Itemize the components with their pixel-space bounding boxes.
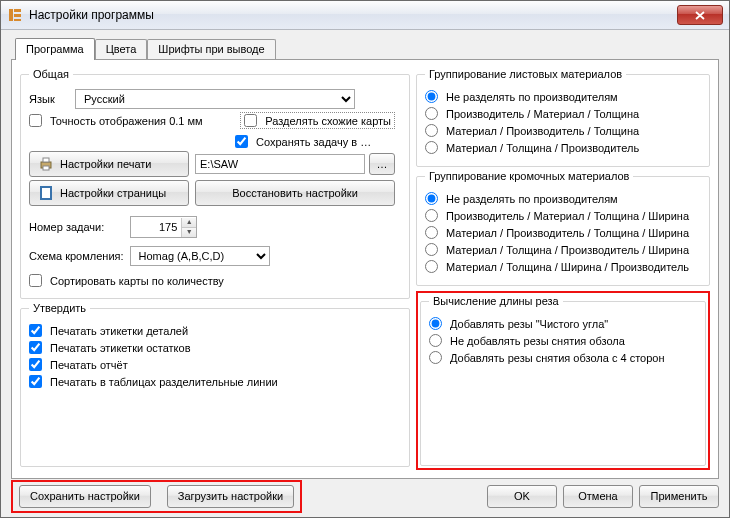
svg-rect-3 [14,19,21,21]
cut-opt-1[interactable]: Добавлять резы "Чистого угла" [429,317,608,330]
save-task-checkbox[interactable] [235,135,248,148]
edge-opt-4[interactable]: Материал / Толщина / Производитель / Шир… [425,243,689,256]
edge-opt-2[interactable]: Производитель / Материал / Толщина / Шир… [425,209,689,222]
ok-button[interactable]: OK [487,485,557,508]
svg-rect-5 [43,158,49,162]
spin-up[interactable]: ▲ [181,218,196,228]
save-task-checkbox-label[interactable]: Сохранять задачу в … [235,135,395,148]
svg-rect-2 [14,14,21,17]
group-sheet-grouping: Группирование листовых материалов Не раз… [416,68,710,167]
group-confirm: Утвердить Печатать этикетки деталей Печа… [20,302,410,467]
browse-path-button[interactable]: … [369,153,395,175]
edge-scheme-label: Схема кромления: [29,250,124,262]
svg-rect-7 [41,187,51,199]
print-settings-button[interactable]: Настройки печати [29,151,189,177]
highlight-cut-length: Вычисление длины реза Добавлять резы "Чи… [416,291,710,470]
cancel-button[interactable]: Отмена [563,485,633,508]
window-title: Настройки программы [29,8,677,22]
print-report[interactable]: Печатать отчёт [29,358,128,371]
load-settings-button[interactable]: Загрузить настройки [167,485,294,508]
printer-icon [38,156,54,172]
print-part-labels[interactable]: Печатать этикетки деталей [29,324,188,337]
task-number-spinner[interactable]: ▲ ▼ [130,216,197,238]
svg-rect-1 [14,9,21,12]
edge-opt-1[interactable]: Не разделять по производителям [425,192,618,205]
group-edge-grouping-legend: Группирование кромочных материалов [425,170,633,182]
tab-panel-program: Общая Язык Русский Точность отображения … [11,59,719,479]
group-general-legend: Общая [29,68,73,80]
group-cut-length-legend: Вычисление длины реза [429,295,563,307]
sort-maps-checkbox[interactable] [29,274,42,287]
language-label: Язык [29,93,69,105]
highlight-save-load: Сохранить настройки Загрузить настройки [11,480,302,513]
close-icon [695,11,705,20]
sheet-opt-1[interactable]: Не разделять по производителям [425,90,618,103]
precision-checkbox[interactable] [29,114,42,127]
task-number-label: Номер задачи: [29,221,104,233]
split-maps-checkbox[interactable] [244,114,257,127]
group-sheet-grouping-legend: Группирование листовых материалов [425,68,626,80]
tab-fonts[interactable]: Шрифты при выводе [147,39,275,59]
split-maps-checkbox-label[interactable]: Разделять схожие карты [240,112,395,129]
edge-opt-5[interactable]: Материал / Толщина / Ширина / Производит… [425,260,689,273]
tab-program[interactable]: Программа [15,38,95,60]
task-number-input[interactable] [131,217,181,237]
bottom-bar: Сохранить настройки Загрузить настройки … [11,483,719,509]
group-edge-grouping: Группирование кромочных материалов Не ра… [416,170,710,286]
svg-rect-0 [9,9,13,21]
save-settings-button[interactable]: Сохранить настройки [19,485,151,508]
settings-dialog: Настройки программы Программа Цвета Шриф… [0,0,730,518]
sort-maps-checkbox-label[interactable]: Сортировать карты по количеству [29,274,224,287]
language-select[interactable]: Русский [75,89,355,109]
svg-rect-6 [43,166,49,170]
sheet-opt-4[interactable]: Материал / Толщина / Производитель [425,141,639,154]
edge-opt-3[interactable]: Материал / Производитель / Толщина / Шир… [425,226,689,239]
sheet-opt-3[interactable]: Материал / Производитель / Толщина [425,124,639,137]
cut-opt-2[interactable]: Не добавлять резы снятия обзола [429,334,625,347]
sheet-opt-2[interactable]: Производитель / Материал / Толщина [425,107,639,120]
close-button[interactable] [677,5,723,25]
restore-settings-button[interactable]: Восстановить настройки [195,180,395,206]
edge-scheme-select[interactable]: Homag (A,B,C,D) [130,246,270,266]
app-icon [7,7,23,23]
page-icon [38,185,54,201]
precision-checkbox-label[interactable]: Точность отображения 0.1 мм [29,114,203,127]
apply-button[interactable]: Применить [639,485,719,508]
group-confirm-legend: Утвердить [29,302,90,314]
save-path-input[interactable] [195,154,365,174]
print-dividers[interactable]: Печатать в таблицах разделительные линии [29,375,278,388]
group-general: Общая Язык Русский Точность отображения … [20,68,410,299]
cut-opt-3[interactable]: Добавлять резы снятия обзола с 4 сторон [429,351,665,364]
page-settings-button[interactable]: Настройки страницы [29,180,189,206]
group-cut-length: Вычисление длины реза Добавлять резы "Чи… [420,295,706,466]
print-offcut-labels[interactable]: Печатать этикетки остатков [29,341,191,354]
title-bar: Настройки программы [1,1,729,30]
spin-down[interactable]: ▼ [181,228,196,237]
tab-colors[interactable]: Цвета [95,39,148,59]
tab-strip: Программа Цвета Шрифты при выводе [11,37,719,59]
